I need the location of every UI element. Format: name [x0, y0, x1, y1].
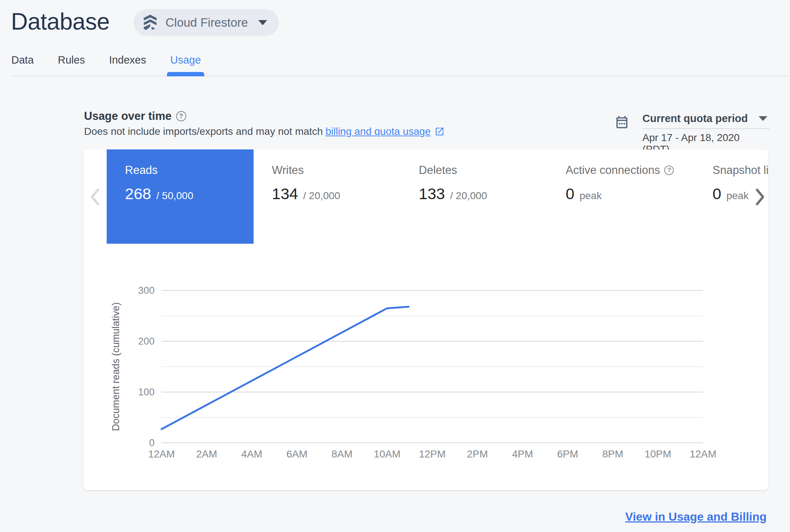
svg-text:200: 200 [138, 336, 155, 347]
help-icon[interactable]: ? [176, 111, 186, 121]
svg-text:12AM: 12AM [690, 448, 716, 460]
tab-data[interactable]: Data [11, 51, 34, 76]
section-title: Usage over time [84, 110, 172, 123]
view-usage-billing-link[interactable]: View in Usage and Billing [625, 510, 767, 524]
metric-tile-deletes[interactable]: Deletes 133 / 20,000 [400, 149, 547, 244]
metric-detail: / 20,000 [303, 190, 340, 202]
metric-value: 268 [125, 185, 151, 203]
help-icon[interactable]: ? [664, 166, 674, 175]
metric-value: 133 [419, 185, 445, 203]
svg-text:6PM: 6PM [557, 448, 578, 460]
metric-detail: peak [580, 190, 602, 202]
billing-quota-link[interactable]: billing and quota usage [326, 126, 431, 137]
calendar-icon [615, 115, 629, 131]
tab-indexes[interactable]: Indexes [109, 51, 146, 76]
metric-tile-active-connections[interactable]: Active connections ? 0 peak [547, 149, 694, 244]
tab-rules[interactable]: Rules [58, 51, 85, 76]
product-selector-label: Cloud Firestore [166, 16, 248, 30]
metric-label: Deletes [419, 164, 547, 177]
svg-text:4AM: 4AM [241, 448, 262, 460]
svg-text:0: 0 [149, 437, 155, 448]
svg-text:100: 100 [138, 387, 155, 398]
metric-value: 0 [566, 185, 574, 203]
metric-value: 0 [713, 185, 721, 203]
open-in-new-icon [434, 126, 445, 137]
chevron-down-icon [258, 20, 267, 25]
svg-text:Document reads (cumulative): Document reads (cumulative) [110, 302, 121, 431]
usage-card: Reads 268 / 50,000 Writes 134 / 20,000 D… [83, 149, 768, 490]
metric-tile-reads[interactable]: Reads 268 / 50,000 [107, 149, 254, 244]
svg-text:8PM: 8PM [602, 448, 623, 460]
product-selector[interactable]: Cloud Firestore [133, 9, 279, 36]
svg-text:12PM: 12PM [419, 448, 445, 460]
metric-label: Reads [125, 164, 254, 177]
firestore-usage-page: Database Cloud Firestore Data Rules Inde… [0, 0, 790, 532]
svg-text:8AM: 8AM [331, 448, 353, 460]
metric-label: Snapshot listeners [713, 164, 768, 177]
metric-detail: peak [726, 190, 749, 202]
chevron-left-icon [88, 187, 102, 206]
svg-text:4PM: 4PM [512, 448, 533, 460]
metric-detail: / 50,000 [156, 190, 193, 202]
tab-usage[interactable]: Usage [170, 51, 201, 76]
metric-detail: / 20,000 [450, 190, 487, 202]
description-text: Does not include imports/exports and may… [84, 126, 323, 137]
section-description: Does not include imports/exports and may… [84, 126, 445, 137]
svg-text:12AM: 12AM [148, 448, 175, 460]
chevron-down-icon [759, 116, 767, 121]
svg-text:2AM: 2AM [196, 448, 217, 460]
metric-label: Writes [272, 164, 400, 177]
quota-divider [642, 128, 770, 129]
svg-text:2PM: 2PM [467, 448, 488, 460]
svg-text:10PM: 10PM [645, 448, 671, 460]
quota-period-label: Current quota period [642, 113, 748, 125]
page-title: Database [11, 8, 110, 35]
carousel-next-button[interactable] [753, 187, 767, 206]
metric-label: Active connections [566, 164, 660, 177]
firestore-icon [143, 15, 157, 31]
carousel-prev-button[interactable] [88, 187, 102, 206]
quota-period-selector[interactable]: Current quota period Apr 17 - Apr 18, 20… [642, 113, 770, 155]
metric-value: 134 [272, 185, 298, 203]
tab-bar: Data Rules Indexes Usage [0, 51, 790, 76]
chevron-right-icon [753, 187, 767, 206]
svg-text:10AM: 10AM [374, 448, 400, 460]
svg-text:6AM: 6AM [286, 448, 308, 460]
metric-tile-writes[interactable]: Writes 134 / 20,000 [254, 149, 400, 244]
svg-text:300: 300 [138, 285, 155, 296]
